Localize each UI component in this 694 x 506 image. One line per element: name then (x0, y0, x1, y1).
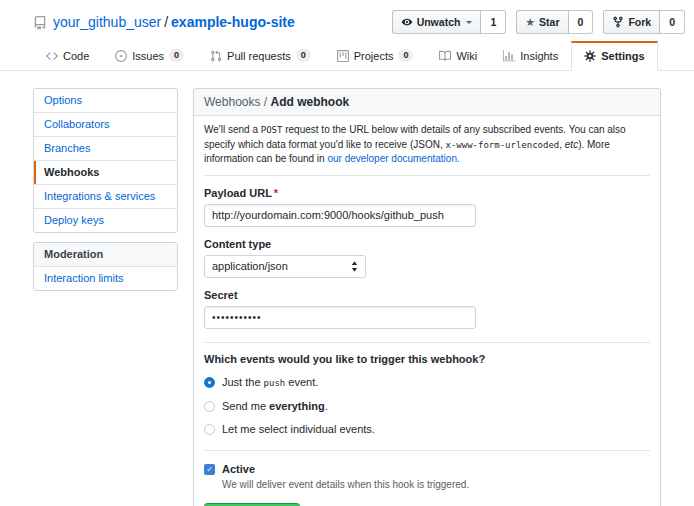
tab-wiki[interactable]: Wiki (426, 41, 490, 71)
description-code-urlencoded: x-www-form-urlencoded (445, 140, 559, 150)
tab-insights[interactable]: Insights (490, 41, 571, 71)
moderation-menu: Moderation Interaction limits (33, 242, 178, 291)
sidebar-item-webhooks[interactable]: Webhooks (34, 161, 177, 185)
tab-label: Issues (132, 50, 164, 62)
tab-label: Pull requests (227, 50, 291, 62)
repo-title-separator: / (164, 14, 168, 30)
sidebar-item-deploy-keys[interactable]: Deploy keys (34, 209, 177, 232)
caret-down-icon (466, 21, 472, 27)
description-code-post: POST (261, 125, 283, 135)
content-type-select[interactable]: application/json (204, 255, 366, 278)
star-button[interactable]: ★ Star (516, 10, 568, 34)
required-asterisk: * (274, 187, 278, 199)
tab-settings[interactable]: Settings (571, 41, 657, 71)
sidebar-item-options[interactable]: Options (34, 89, 177, 113)
sidebar-item-collaborators[interactable]: Collaborators (34, 113, 177, 137)
secret-label: Secret (204, 289, 650, 301)
repo-tab-bar: Code Issues 0 Pull requests 0 Projects 0… (0, 38, 694, 71)
trigger-events-section: Which events would you like to trigger t… (204, 343, 650, 451)
issues-counter: 0 (169, 49, 184, 62)
git-pull-request-icon (210, 50, 222, 62)
repo-name-link[interactable]: example-hugo-site (171, 14, 295, 30)
active-label: Active (222, 463, 255, 476)
secret-input[interactable] (204, 306, 476, 329)
event-option-individual[interactable]: Let me select individual events. (204, 423, 650, 436)
unwatch-label: Unwatch (417, 17, 461, 28)
watch-button-group: Unwatch 1 (392, 10, 507, 34)
unwatch-button[interactable]: Unwatch (392, 10, 482, 34)
select-updown-icon (351, 261, 358, 272)
breadcrumb-separator: / (260, 95, 270, 109)
settings-sidebar: Options Collaborators Branches Webhooks … (33, 88, 178, 291)
forks-count[interactable]: 0 (660, 10, 685, 34)
settings-menu: Options Collaborators Branches Webhooks … (33, 88, 178, 233)
tab-label: Projects (354, 50, 394, 62)
graph-icon (503, 50, 515, 62)
sidebar-item-branches[interactable]: Branches (34, 137, 177, 161)
moderation-heading: Moderation (34, 243, 177, 267)
pull-requests-counter: 0 (296, 49, 311, 62)
fork-icon (612, 16, 624, 28)
sidebar-item-integrations-services[interactable]: Integrations & services (34, 185, 177, 209)
watchers-count[interactable]: 1 (481, 10, 506, 34)
breadcrumb: Webhooks / Add webhook (194, 89, 660, 116)
star-label: Star (539, 17, 559, 28)
star-button-group: ★ Star 0 (516, 10, 593, 34)
option-text: Let me select individual events. (222, 423, 375, 436)
payload-url-input[interactable] (204, 204, 476, 227)
code-icon (46, 50, 58, 62)
payload-url-label-text: Payload URL (204, 187, 272, 199)
event-option-just-push[interactable]: Just the push event. (204, 376, 650, 390)
github-repo-settings-page: your_github_user/example-hugo-site Unwat… (0, 0, 694, 506)
add-webhook-button[interactable]: Add webhook (204, 503, 300, 506)
radio-everything[interactable] (204, 401, 215, 412)
webhook-fields-section: Payload URL* Content type application/js… (204, 187, 650, 343)
repo-icon (33, 16, 47, 30)
radio-just-push[interactable] (204, 377, 215, 388)
active-section: ✓ Active We will deliver event details w… (204, 451, 650, 506)
add-webhook-panel: Webhooks / Add webhook We'll send a POST… (193, 88, 661, 506)
add-webhook-form: We'll send a POST request to the URL bel… (194, 116, 660, 506)
content-type-label: Content type (204, 238, 650, 250)
option-text: Send me everything. (222, 400, 328, 413)
active-help-text: We will deliver event details when this … (222, 479, 650, 491)
tab-label: Insights (520, 50, 558, 62)
active-checkbox-row[interactable]: ✓ Active (204, 463, 650, 476)
issue-opened-icon (115, 50, 127, 62)
settings-content: Options Collaborators Branches Webhooks … (0, 71, 694, 506)
description-text: We'll send a (204, 124, 261, 135)
breadcrumb-webhooks-link[interactable]: Webhooks (204, 95, 260, 109)
repo-owner-link[interactable]: your_github_user (53, 14, 161, 30)
payload-url-label: Payload URL* (204, 187, 650, 199)
fork-button[interactable]: Fork (603, 10, 660, 34)
stargazers-count[interactable]: 0 (569, 10, 594, 34)
repo-header: your_github_user/example-hugo-site Unwat… (0, 0, 694, 38)
description-etc: etc (565, 139, 578, 150)
webhook-description: We'll send a POST request to the URL bel… (204, 116, 650, 176)
tab-pull-requests[interactable]: Pull requests 0 (197, 41, 324, 71)
gear-icon (584, 50, 596, 62)
book-icon (439, 50, 451, 62)
tab-projects[interactable]: Projects 0 (324, 41, 427, 71)
repo-title: your_github_user/example-hugo-site (53, 14, 295, 30)
sidebar-item-interaction-limits[interactable]: Interaction limits (34, 267, 177, 290)
star-icon: ★ (525, 17, 535, 28)
fork-button-group: Fork 0 (603, 10, 685, 34)
tab-code[interactable]: Code (33, 41, 102, 71)
developer-documentation-link[interactable]: our developer documentation. (327, 153, 459, 164)
tab-label: Wiki (456, 50, 477, 62)
eye-icon (401, 16, 413, 28)
event-option-everything[interactable]: Send me everything. (204, 400, 650, 413)
project-icon (337, 50, 349, 62)
tab-label: Code (63, 50, 89, 62)
trigger-events-question: Which events would you like to trigger t… (204, 353, 650, 366)
tab-issues[interactable]: Issues 0 (102, 41, 197, 71)
radio-individual[interactable] (204, 424, 215, 435)
tab-label: Settings (601, 50, 644, 62)
content-type-selected-value: application/json (212, 260, 288, 272)
breadcrumb-current: Add webhook (271, 95, 350, 109)
repo-action-buttons: Unwatch 1 ★ Star 0 Fork 0 (392, 10, 685, 34)
active-checkbox[interactable]: ✓ (204, 464, 215, 475)
projects-counter: 0 (398, 49, 413, 62)
fork-label: Fork (628, 17, 651, 28)
